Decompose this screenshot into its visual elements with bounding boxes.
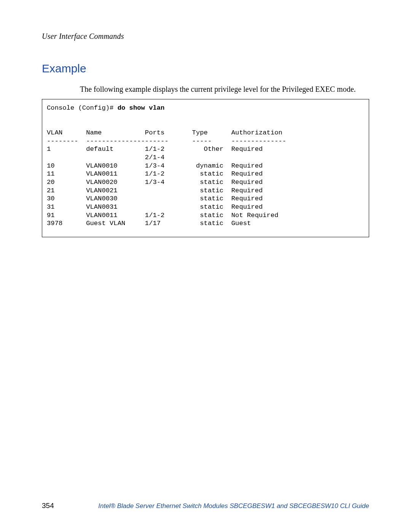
console-output-box: Console (Config)# do show vlan VLAN Name…	[42, 99, 369, 237]
page-number: 354	[42, 502, 54, 510]
example-heading: Example	[42, 62, 369, 75]
footer-doc-title: Intel® Blade Server Ethernet Switch Modu…	[77, 502, 369, 510]
running-header: User Interface Commands	[42, 32, 369, 41]
page-footer: 354 Intel® Blade Server Ethernet Switch …	[0, 502, 411, 510]
example-intro: The following example displays the curre…	[42, 85, 369, 94]
console-command: do show vlan	[118, 104, 165, 112]
console-prompt: Console (Config)#	[47, 104, 118, 112]
console-table: VLAN Name Ports Type Authorization -----…	[47, 129, 286, 227]
